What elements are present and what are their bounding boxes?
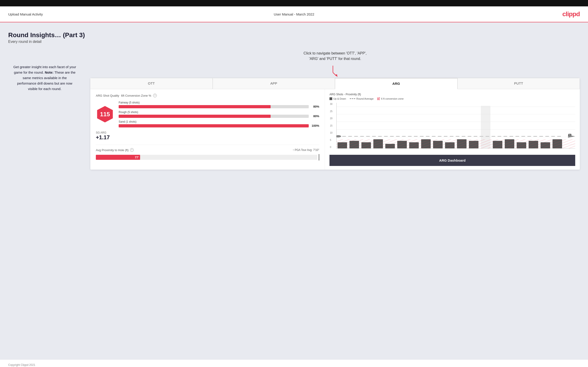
hex-value: 115	[100, 111, 110, 118]
proximity-bar-fill: 77'	[96, 155, 140, 160]
bar-row-sand: Sand (1 shots) 100%	[119, 120, 319, 127]
legend-round-avg: Round Average	[350, 97, 374, 100]
proximity-header: Avg Proximity to Hole (ft) ? ↑ PGA Tour …	[96, 148, 319, 152]
svg-rect-36	[336, 139, 575, 148]
bar-fill-fairway	[119, 105, 271, 108]
legend-conversion-label: 6 ft conversion zone	[381, 97, 403, 100]
chart-wrapper: 0 5 10 15 20 25 30	[336, 103, 575, 153]
bar-row-rough: Rough (5 shots) 80%	[119, 110, 319, 118]
legend-dashed-icon	[350, 99, 355, 99]
left-panel: Get greater insight into each facet of y…	[8, 50, 81, 92]
footer: Copyright Clippd 2021	[0, 360, 588, 367]
proximity-bar-bg: 77'	[96, 155, 317, 160]
legend-updown-label: Up & Down	[333, 97, 346, 100]
bar-label-rough: Rough (5 shots)	[119, 110, 319, 114]
section-title: ARG Shot Quality	[96, 94, 119, 97]
main-card: OTT APP ARG PUTT ARG Shot Quality 6ft Co…	[90, 78, 580, 170]
bar-pct-fairway: 80%	[311, 105, 319, 108]
chart-legend: Up & Down Round Average 6 ft conversion …	[329, 97, 575, 100]
bar-bg-fairway	[119, 105, 309, 108]
bar-track-sand: 100%	[119, 124, 319, 127]
hex-score-row: 115 Fairway (5 shots)	[96, 101, 319, 127]
legend-hatched-icon	[377, 97, 380, 100]
chart-svg: 8	[336, 103, 575, 153]
copyright: Copyright Clippd 2021	[8, 363, 35, 367]
proximity-help-icon[interactable]: ?	[130, 148, 134, 152]
proximity-section: Avg Proximity to Hole (ft) ? ↑ PGA Tour …	[96, 145, 319, 160]
hexagon-score: 115	[96, 105, 114, 123]
bar-label-sand: Sand (1 shots)	[119, 120, 319, 123]
bar-bg-rough	[119, 115, 309, 118]
annotation-text: Get greater insight into each facet of y…	[13, 64, 77, 92]
legend-round-avg-label: Round Average	[356, 97, 374, 100]
legend-updown: Up & Down	[329, 97, 346, 100]
manual-title: User Manual - March 2022	[274, 12, 314, 16]
section-subtitle: 6ft Conversion Zone %	[121, 94, 151, 97]
proximity-pga: ↑ PGA Tour Avg: 7'10"	[293, 148, 319, 152]
bar-row-fairway: Fairway (5 shots) 80%	[119, 101, 319, 108]
help-icon[interactable]: ?	[153, 94, 157, 97]
tab-putt[interactable]: PUTT	[458, 78, 580, 89]
tab-ott[interactable]: OTT	[90, 78, 213, 89]
bar-fill-sand	[119, 124, 309, 127]
tab-bar: OTT APP ARG PUTT	[90, 78, 580, 89]
chart-title: ARG Shots - Proximity (ft)	[329, 93, 575, 96]
y-axis-labels: 0 5 10 15 20 25 30	[330, 103, 332, 148]
proximity-title: Avg Proximity to Hole (ft)	[96, 148, 129, 152]
section-header: ARG Shot Quality 6ft Conversion Zone % ?	[96, 94, 319, 97]
header: Upload Manual Activity User Manual - Mar…	[0, 6, 588, 22]
bar-track-fairway: 80%	[119, 105, 319, 108]
bar-pct-rough: 80%	[311, 114, 319, 118]
page-subtitle: Every round in detail	[8, 40, 580, 44]
arrow-icon	[328, 63, 342, 77]
main-content: Round Insights… (Part 3) Every round in …	[0, 22, 588, 360]
bar-track-rough: 80%	[119, 114, 319, 118]
sg-label: SG ARG	[96, 131, 319, 134]
arrow-container	[90, 63, 580, 77]
bar-pct-sand: 100%	[311, 124, 319, 127]
bar-label-fairway: Fairway (5 shots)	[119, 101, 319, 104]
card-stats-panel: ARG Shot Quality 6ft Conversion Zone % ?	[90, 89, 325, 170]
legend-conversion: 6 ft conversion zone	[377, 97, 403, 100]
top-bar	[0, 0, 588, 6]
logo: clippd	[562, 10, 580, 18]
proximity-bar-value: 77'	[135, 156, 139, 159]
annotation-note: Note:	[45, 70, 53, 74]
card-body: ARG Shot Quality 6ft Conversion Zone % ?	[90, 89, 580, 170]
arg-dashboard-button[interactable]: ARG Dashboard	[329, 155, 575, 166]
bars-section: Fairway (5 shots) 80% Ro	[119, 101, 319, 127]
tab-app[interactable]: APP	[213, 78, 335, 89]
proximity-bar-track: 77'	[96, 154, 319, 160]
content-layout: Get greater insight into each facet of y…	[8, 50, 580, 170]
svg-text:8: 8	[568, 133, 572, 136]
sg-section: SG ARG +1.17	[96, 131, 319, 141]
svg-marker-2	[335, 74, 337, 77]
sg-value: +1.17	[96, 134, 319, 141]
legend-updown-icon	[329, 97, 332, 100]
page-title: Round Insights… (Part 3)	[8, 32, 580, 39]
card-chart-panel: ARG Shots - Proximity (ft) Up & Down Rou…	[325, 89, 580, 170]
bar-fill-rough	[119, 115, 271, 118]
upload-link[interactable]: Upload Manual Activity	[8, 12, 43, 16]
proximity-title-row: Avg Proximity to Hole (ft) ?	[96, 148, 134, 152]
nav-annotation: Click to navigate between 'OTT', 'APP','…	[90, 50, 580, 62]
proximity-cursor	[319, 154, 319, 160]
bar-bg-sand	[119, 124, 309, 127]
tab-arg[interactable]: ARG	[335, 78, 458, 89]
right-panel: Click to navigate between 'OTT', 'APP','…	[90, 50, 580, 170]
